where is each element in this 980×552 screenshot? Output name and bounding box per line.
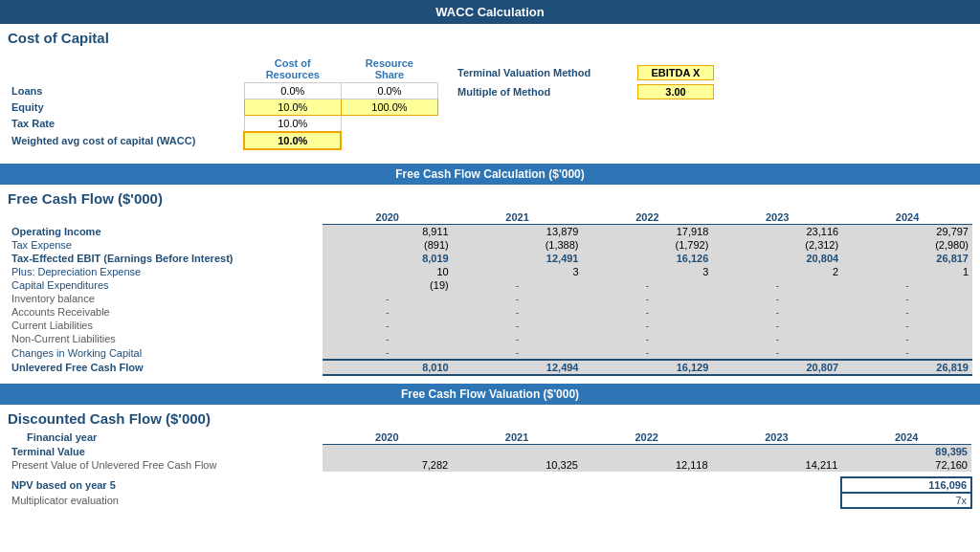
ar-label: Accounts Receivable	[8, 305, 323, 319]
ar-2020: -	[323, 305, 453, 319]
multiple-method-label: Multiple of Method	[457, 86, 630, 98]
fcf-header: Free Cash Flow Calculation ($'000)	[0, 164, 980, 185]
loans-share[interactable]: 0.0%	[341, 83, 437, 99]
year-2022: 2022	[583, 210, 713, 225]
pv-ufcf-row: Present Value of Unlevered Free Cash Flo…	[8, 458, 971, 472]
oi-2021: 13,879	[453, 225, 583, 239]
tax-rate-label: Tax Rate	[8, 116, 244, 133]
unlevered-fcf-row: Unlevered Free Cash Flow 8,010 12,494 16…	[8, 360, 972, 375]
wc-2023: -	[712, 345, 842, 360]
fcf-table: 2020 2021 2022 2023 2024 Operating Incom…	[8, 210, 972, 376]
ufcf-2024: 26,819	[842, 360, 972, 375]
ebit-label: Tax-Effected EBIT (Earnings Before Inter…	[8, 252, 323, 265]
operating-income-row: Operating Income 8,911 13,879 17,918 23,…	[8, 225, 972, 239]
wc-2024: -	[842, 345, 972, 360]
unlevered-fcf-label: Unlevered Free Cash Flow	[8, 360, 323, 375]
loans-cost[interactable]: 0.0%	[244, 83, 341, 99]
cl-2023: -	[712, 319, 842, 332]
col-header-cost-resources: Cost ofResources	[244, 55, 341, 83]
dcf-year-2023: 2023	[712, 431, 842, 445]
terminal-valuation-area: Terminal Valuation Method EBITDA X Multi…	[457, 55, 714, 99]
terminal-value-label: Terminal Value	[8, 445, 323, 459]
dcf-section-title: Discounted Cash Flow ($'000)	[0, 405, 980, 429]
ufcf-2022: 16,129	[583, 360, 713, 375]
capex-2023: -	[712, 278, 842, 292]
capex-2024: -	[842, 278, 972, 292]
dep-2020: 10	[323, 265, 453, 278]
depreciation-row: Plus: Depreciation Expense 10 3 3 2 1	[8, 265, 972, 278]
depreciation-label: Plus: Depreciation Expense	[8, 265, 323, 278]
oi-2023: 23,116	[712, 225, 842, 239]
wacc-label: Weighted avg cost of capital (WACC)	[8, 132, 244, 149]
year-2024: 2024	[842, 210, 972, 225]
fcf-year-header-row: 2020 2021 2022 2023 2024	[8, 210, 972, 225]
inventory-label: Inventory balance	[8, 292, 323, 305]
dep-2024: 1	[842, 265, 972, 278]
dcf-year-2020: 2020	[323, 431, 453, 445]
ebit-2022: 16,126	[583, 252, 713, 265]
te-2021: (1,388)	[453, 238, 583, 252]
inventory-row: Inventory balance - - - - -	[8, 292, 972, 305]
ncl-2020: -	[323, 332, 453, 345]
equity-label: Equity	[8, 99, 244, 116]
year-2021: 2021	[453, 210, 583, 225]
dcf-section: Financial year 2020 2021 2022 2023 2024 …	[0, 429, 980, 511]
loans-label: Loans	[8, 83, 244, 99]
wacc-value[interactable]: 10.0%	[244, 132, 341, 149]
valuation-header: Free Cash Flow Valuation ($'000)	[0, 384, 980, 405]
current-liabilities-row: Current Liabilities - - - - -	[8, 319, 972, 332]
cl-2024: -	[842, 319, 972, 332]
pv-ufcf-label: Present Value of Unlevered Free Cash Flo…	[8, 458, 323, 472]
tv-2023	[712, 445, 842, 459]
ebit-2020: 8,019	[323, 252, 453, 265]
oi-2024: 29,797	[842, 225, 972, 239]
ufcf-2020: 8,010	[323, 360, 453, 375]
tv-2021	[452, 445, 582, 459]
npv-label: NPV based on year 5	[8, 477, 323, 493]
multiplicator-row: Multiplicator evaluation 7x	[8, 493, 971, 508]
ar-2021: -	[453, 305, 583, 319]
ar-2022: -	[583, 305, 713, 319]
capex-label: Capital Expenditures	[8, 278, 323, 292]
te-2020: (891)	[323, 238, 453, 252]
cl-2022: -	[583, 319, 713, 332]
npv-value: 116,096	[841, 477, 971, 493]
terminal-method-value[interactable]: EBITDA X	[637, 65, 714, 80]
inv-2021: -	[453, 292, 583, 305]
inv-2024: -	[842, 292, 972, 305]
dep-2022: 3	[583, 265, 713, 278]
oi-2020: 8,911	[323, 225, 453, 239]
equity-share[interactable]: 100.0%	[341, 99, 437, 116]
wacc-left-table: Cost ofResources ResourceShare Loans 0.0…	[8, 55, 438, 150]
capex-row: Capital Expenditures (19) - - - -	[8, 278, 972, 292]
equity-row: Equity 10.0% 100.0%	[8, 99, 438, 116]
tax-expense-label: Tax Expense	[8, 238, 323, 252]
tv-2020	[323, 445, 453, 459]
cost-of-capital-title: Cost of Capital	[0, 24, 980, 48]
capex-2021: -	[453, 278, 583, 292]
oi-2022: 17,918	[583, 225, 713, 239]
dcf-label-header: Financial year	[8, 431, 323, 445]
dcf-table: Financial year 2020 2021 2022 2023 2024 …	[8, 431, 972, 509]
cost-of-capital-table: Cost ofResources ResourceShare Loans 0.0…	[8, 55, 438, 150]
npv-row: NPV based on year 5 116,096	[8, 477, 971, 493]
ncl-2022: -	[583, 332, 713, 345]
tax-rate-cost[interactable]: 10.0%	[244, 116, 341, 133]
working-capital-row: Changes in Working Capital - - - - -	[8, 345, 972, 360]
wacc-title: WACC Calculation	[435, 5, 544, 19]
fcf-section-title: Free Cash Flow ($'000)	[0, 185, 980, 209]
tax-rate-row: Tax Rate 10.0%	[8, 116, 438, 133]
pv-2020: 7,282	[323, 458, 453, 472]
equity-cost[interactable]: 10.0%	[244, 99, 341, 116]
tv-2022	[582, 445, 712, 459]
dcf-year-2022: 2022	[582, 431, 712, 445]
multiplicator-value[interactable]: 7x	[841, 493, 971, 508]
ncl-2021: -	[453, 332, 583, 345]
non-current-liabilities-row: Non-Current Liabilities - - - - -	[8, 332, 972, 345]
multiple-method-value[interactable]: 3.00	[637, 84, 714, 99]
ufcf-2023: 20,807	[712, 360, 842, 375]
dep-2021: 3	[453, 265, 583, 278]
fcf-header-title: Free Cash Flow Calculation ($'000)	[395, 167, 585, 181]
wacc-section: Cost ofResources ResourceShare Loans 0.0…	[0, 48, 980, 158]
ncl-2024: -	[842, 332, 972, 345]
